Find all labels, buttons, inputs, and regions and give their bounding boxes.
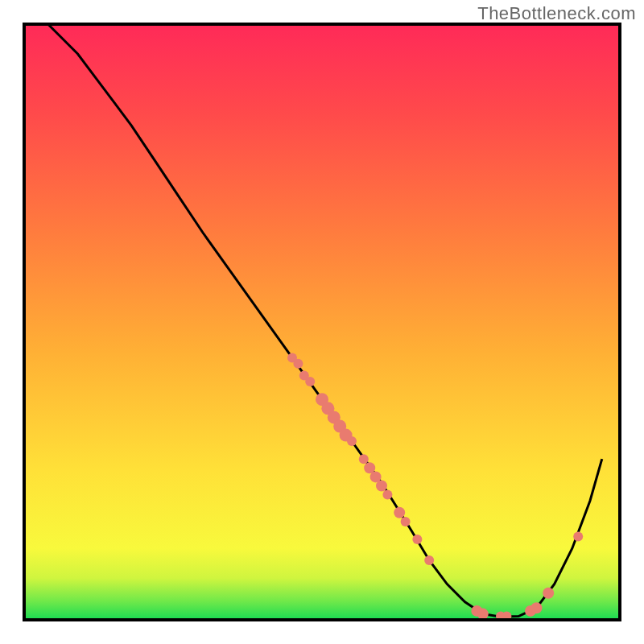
dot-marker xyxy=(543,588,554,599)
dot-marker xyxy=(424,555,434,565)
dot-marker xyxy=(359,454,369,464)
dot-marker xyxy=(376,481,387,492)
dot-marker xyxy=(293,359,303,369)
dot-marker xyxy=(412,535,422,544)
watermark-text: TheBottleneck.com xyxy=(477,3,636,24)
dot-marker xyxy=(530,602,542,613)
gradient-background xyxy=(24,24,620,620)
dot-marker xyxy=(477,609,489,620)
dot-marker xyxy=(401,517,411,526)
bottleneck-chart xyxy=(0,0,644,644)
dot-marker xyxy=(347,436,357,446)
dot-marker xyxy=(394,507,405,518)
dot-marker xyxy=(382,490,392,500)
dot-marker xyxy=(573,531,583,541)
dot-marker xyxy=(305,377,315,386)
chart-container: TheBottleneck.com xyxy=(0,0,644,644)
